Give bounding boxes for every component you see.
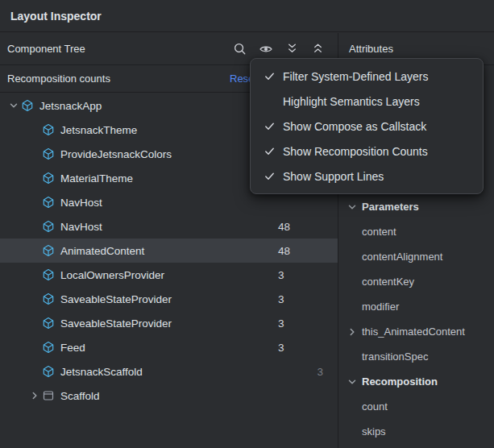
- compose-node-icon: [42, 123, 55, 136]
- recomposition-count: 48: [278, 245, 323, 257]
- tree-node-label: MaterialTheme: [60, 172, 133, 185]
- component-tree-title: Component Tree: [7, 43, 85, 55]
- tree-node-localownersprovider[interactable]: LocalOwnersProvider3: [0, 263, 338, 287]
- tree-node-label: ProvideJetsnackColors: [60, 148, 172, 160]
- attr-item-label: content: [362, 226, 396, 238]
- tree-node-label: SaveableStateProvider: [60, 293, 172, 305]
- attr-item-this-animatedcontent[interactable]: this_AnimatedContent: [339, 319, 494, 344]
- tree-node-jetsnackscaffold[interactable]: JetsnackScaffold3: [0, 359, 338, 384]
- recomposition-count: 3: [278, 366, 323, 378]
- chevron-spacer: [27, 172, 42, 185]
- attr-item-label: contentKey: [362, 276, 414, 288]
- attr-item-contentalignment[interactable]: contentAlignment: [339, 244, 494, 269]
- tree-node-label: Scaffold: [60, 390, 100, 402]
- chevron-spacer: [27, 123, 42, 136]
- component-tree-toolbar-icons: [233, 42, 325, 56]
- attr-section-recomposition[interactable]: Recomposition: [339, 369, 494, 394]
- tree-node-label: LocalOwnersProvider: [60, 269, 164, 281]
- attr-item-modifier[interactable]: modifier: [339, 294, 494, 319]
- menu-item-label: Filter System-Defined Layers: [283, 70, 429, 83]
- compose-node-icon: [42, 147, 55, 160]
- panel-title: Layout Inspector: [0, 0, 494, 32]
- layout-inspector-window: Layout Inspector Component Tree Recompos…: [0, 0, 494, 448]
- compose-node-icon: [42, 172, 55, 185]
- attr-item-label: transitionSpec: [362, 351, 428, 363]
- compose-node-icon: [42, 196, 55, 209]
- tree-node-feed[interactable]: Feed3: [0, 335, 338, 359]
- menu-item-show-recomposition-counts[interactable]: Show Recomposition Counts: [251, 139, 483, 164]
- compose-node-icon: [42, 244, 55, 257]
- checkmark-icon: [260, 145, 278, 157]
- tree-node-saveablestateprovider[interactable]: SaveableStateProvider3: [0, 311, 338, 335]
- compose-node-icon: [42, 292, 55, 305]
- attributes-body: ParameterscontentcontentAlignmentcontent…: [339, 194, 494, 444]
- chevron-spacer: [27, 365, 42, 378]
- recomposition-count: 48: [278, 221, 323, 233]
- checkmark-icon: [260, 120, 278, 132]
- attr-section-parameters[interactable]: Parameters: [339, 194, 494, 219]
- tree-node-animatedcontent[interactable]: AnimatedContent48: [0, 239, 338, 263]
- attr-item-content[interactable]: content: [339, 219, 494, 244]
- compose-node-icon: [42, 341, 55, 354]
- attr-section-title: Parameters: [362, 201, 419, 213]
- tree-node-label: JetsnackTheme: [60, 124, 137, 136]
- view-node-icon: [42, 389, 55, 402]
- menu-item-filter-system-defined-layers[interactable]: Filter System-Defined Layers: [251, 64, 483, 89]
- attr-item-label: this_AnimatedContent: [362, 326, 465, 338]
- menu-item-highlight-semantics-layers[interactable]: Highlight Semantics Layers: [251, 89, 483, 114]
- tree-node-label: JetsnackApp: [39, 100, 102, 112]
- chevron-spacer: [27, 196, 42, 209]
- chevron-down-icon[interactable]: [6, 99, 21, 112]
- menu-item-label: Show Recomposition Counts: [283, 145, 428, 158]
- checkmark-icon: [260, 70, 278, 82]
- compose-node-icon: [42, 317, 55, 330]
- chevron-spacer: [27, 244, 42, 257]
- tree-node-navhost[interactable]: NavHost48: [0, 214, 338, 239]
- recomposition-count: 3: [278, 269, 323, 281]
- checkmark-icon: [260, 170, 278, 182]
- collapse-all-icon[interactable]: [311, 42, 325, 56]
- tree-node-label: JetsnackScaffold: [60, 366, 143, 378]
- chevron-down-icon[interactable]: [346, 375, 359, 388]
- attr-item-label: contentAlignment: [362, 251, 442, 263]
- tree-node-label: AnimatedContent: [60, 245, 144, 257]
- compose-node-icon: [42, 268, 55, 281]
- tree-node-saveablestateprovider[interactable]: SaveableStateProvider3: [0, 287, 338, 311]
- recomposition-counts-label: Recomposition counts: [7, 73, 110, 85]
- tree-node-scaffold[interactable]: Scaffold: [0, 384, 338, 408]
- chevron-spacer: [27, 220, 42, 233]
- menu-item-show-compose-as-callstack[interactable]: Show Compose as Callstack: [251, 114, 483, 139]
- attr-item-skips[interactable]: skips: [339, 419, 494, 444]
- tree-node-label: SaveableStateProvider: [60, 317, 172, 330]
- attr-section-title: Recomposition: [362, 375, 438, 388]
- attr-item-label: count: [362, 400, 388, 413]
- chevron-spacer: [27, 341, 42, 354]
- view-options-menu: Filter System-Defined LayersHighlight Se…: [250, 58, 484, 194]
- attr-item-contentkey[interactable]: contentKey: [339, 269, 494, 294]
- attr-item-label: skips: [362, 425, 386, 438]
- chevron-spacer: [27, 268, 42, 281]
- tree-node-label: NavHost: [60, 221, 102, 233]
- eye-icon[interactable]: [259, 42, 273, 56]
- chevron-spacer: [27, 147, 42, 160]
- compose-node-icon: [42, 365, 55, 378]
- recomposition-count: 3: [278, 317, 323, 330]
- menu-item-label: Show Compose as Callstack: [283, 120, 426, 133]
- recomposition-count: 3: [278, 342, 323, 354]
- chevron-right-icon[interactable]: [346, 326, 359, 338]
- chevron-spacer: [27, 292, 42, 305]
- chevron-down-icon[interactable]: [346, 201, 359, 214]
- menu-item-label: Show Support Lines: [283, 170, 384, 183]
- recomposition-count: 3: [278, 293, 323, 305]
- chevron-right-icon[interactable]: [27, 389, 42, 402]
- expand-all-icon[interactable]: [285, 42, 299, 56]
- compose-node-icon: [42, 220, 55, 233]
- menu-item-label: Highlight Semantics Layers: [283, 95, 420, 108]
- attr-item-count[interactable]: count: [339, 394, 494, 419]
- attr-item-transitionspec[interactable]: transitionSpec: [339, 344, 494, 369]
- menu-item-show-support-lines[interactable]: Show Support Lines: [251, 164, 483, 189]
- tree-node-label: Feed: [60, 342, 85, 354]
- tree-node-label: NavHost: [60, 197, 102, 209]
- search-icon[interactable]: [233, 42, 247, 56]
- attr-item-label: modifier: [362, 301, 399, 313]
